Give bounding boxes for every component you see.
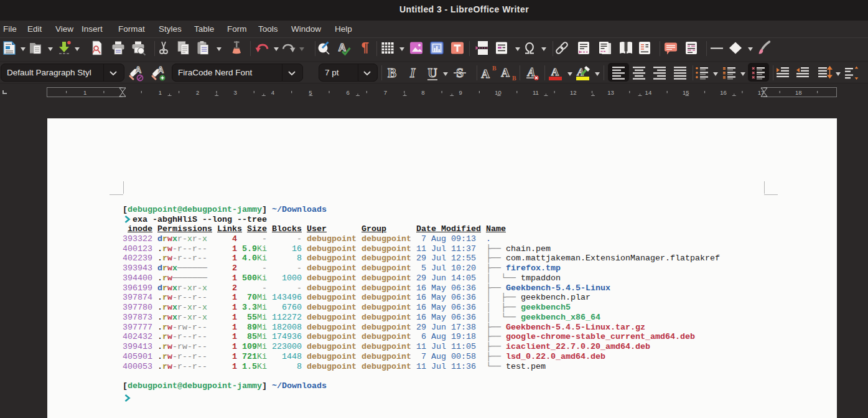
svg-text:9: 9 xyxy=(459,89,462,96)
svg-text:1: 1 xyxy=(159,89,162,96)
svg-text:12: 12 xyxy=(570,89,577,96)
svg-text:15: 15 xyxy=(683,89,689,96)
svg-text:11: 11 xyxy=(533,89,539,96)
svg-text:A: A xyxy=(481,67,490,80)
svg-text:1: 1 xyxy=(83,89,86,96)
svg-text:A: A xyxy=(501,66,510,79)
svg-text:I: I xyxy=(409,65,416,80)
svg-text:B: B xyxy=(388,65,396,80)
svg-text:6: 6 xyxy=(346,89,349,96)
svg-text:8: 8 xyxy=(421,89,424,96)
svg-text:3: 3 xyxy=(233,89,236,96)
svg-text:A: A xyxy=(527,66,535,78)
svg-text:2: 2 xyxy=(196,89,199,96)
svg-text:5: 5 xyxy=(309,89,312,96)
svg-text:U: U xyxy=(427,65,437,80)
svg-text:16: 16 xyxy=(720,89,727,96)
svg-text:14: 14 xyxy=(645,89,652,96)
svg-text:A: A xyxy=(157,65,164,75)
svg-text:B: B xyxy=(512,75,516,82)
svg-text:7: 7 xyxy=(384,89,387,96)
svg-text:18: 18 xyxy=(795,89,802,96)
svg-text:A: A xyxy=(135,65,141,75)
svg-text:A: A xyxy=(551,66,559,78)
svg-text:13: 13 xyxy=(607,89,614,96)
svg-text:B: B xyxy=(492,65,497,72)
svg-text:4: 4 xyxy=(271,89,274,96)
svg-text:10: 10 xyxy=(495,89,502,96)
